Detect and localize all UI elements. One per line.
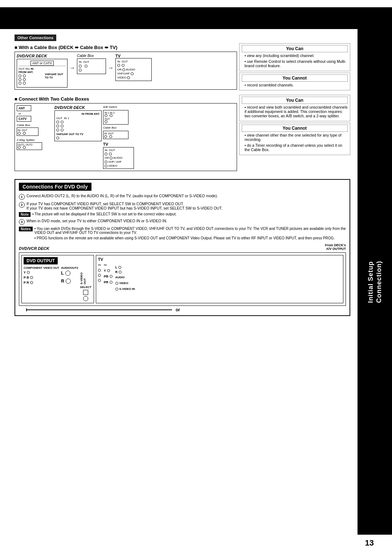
you-can-list-1: view any (including scrambled) channel. … xyxy=(242,53,348,68)
main-layout: Other Connections ■ With a Cable Box (DE… xyxy=(0,29,392,535)
select-label: SELECT xyxy=(80,285,91,289)
dvd-section-header: Connections For DVD Only xyxy=(19,183,91,191)
l-label: L xyxy=(61,271,64,276)
or-row: or xyxy=(26,307,346,312)
other-connections-header: Other Connections xyxy=(15,35,56,41)
port2 xyxy=(19,78,21,81)
step-1-text: Connect AUDIO OUT2 (L, R) to the AUDIO I… xyxy=(26,194,218,200)
page-number: 13 xyxy=(0,538,392,548)
sidebar-text: Initial Setup Connection) xyxy=(367,261,383,303)
you-can-item: view any (including scrambled) channel. xyxy=(245,53,348,58)
connect-two-left: ■ Connect With Two Cable Boxes ANT or xyxy=(15,95,237,173)
notes-item-2: • PROG functions on the remote are not a… xyxy=(34,236,346,240)
step-3-text: When in DVD mode, set your TV to either … xyxy=(26,219,167,225)
port4 xyxy=(19,82,21,85)
you-cannot-list-1: record scrambled channels. xyxy=(242,83,348,87)
cable-box-label: Cable Box xyxy=(77,54,106,58)
port-in1 xyxy=(23,74,26,77)
component-video-out-label: COMPONENT VIDEO OUT xyxy=(24,266,59,270)
cable-box-diagram: DVD/VCR DECK ANT or CATV OUT IN1 IN FROM… xyxy=(15,52,237,90)
dvd-output-title: DVD OUTPUT xyxy=(24,257,58,264)
cable-box-label2: Cable Box xyxy=(103,126,134,129)
dvd-step-1: 1 Connect AUDIO OUT2 (L, R) to the AUDIO… xyxy=(19,194,346,200)
you-cannot-box-2: You Cannot view channel other than the o… xyxy=(239,123,350,155)
you-cannot-list-2: view channel other than the one selected… xyxy=(242,133,348,152)
top-banner xyxy=(0,7,392,29)
tv-label1: TV xyxy=(115,54,152,58)
you-can-item-2: record and view both scrambled and unscr… xyxy=(245,105,348,118)
dvd-section: Connections For DVD Only 1 Connect AUDIO… xyxy=(15,179,350,316)
sidebar-title-line2: Connection) xyxy=(375,261,383,303)
port5 xyxy=(23,82,26,85)
av-output-label: A/V OUTPUT xyxy=(325,247,346,251)
connect-two-right: You Can record and view both scrambled a… xyxy=(239,95,350,155)
connect-two-title: ■ Connect With Two Cable Boxes xyxy=(15,96,237,102)
connect-two-diagram: ANT or CATV Cable Box xyxy=(15,103,237,171)
dvd-output-diagram: DVD OUTPUT COMPONENT VIDEO OUT Y xyxy=(19,252,346,306)
video-tv-label: VIDEO xyxy=(119,281,128,285)
you-can-box-1: You Can view any (including scrambled) c… xyxy=(239,43,350,71)
r-label: R xyxy=(61,279,64,284)
note-label: Note xyxy=(19,212,30,217)
connect-two-section: ■ Connect With Two Cable Boxes ANT or xyxy=(15,95,350,173)
notes-item-1: • You can watch DVDs through the S-VIDEO… xyxy=(34,227,346,235)
or-label: or xyxy=(176,307,180,312)
you-can-header-1: You Can xyxy=(242,45,348,52)
tv-label2: TV xyxy=(103,142,134,146)
dvd-step-2: 2 If your TV has COMPONENT VIDEO INPUT, … xyxy=(19,202,346,210)
you-cannot-item-2a: view channel other than the one selected… xyxy=(245,133,348,142)
audio-out2-label: AUDIOOUT2 xyxy=(61,266,78,270)
dvd-output-box: DVD OUTPUT COMPONENT VIDEO OUT Y xyxy=(21,255,94,303)
s-video-in-label: S-VIDEO IN xyxy=(119,287,135,291)
notes-label: Notes xyxy=(19,227,33,231)
sidebar-title-line1: Initial Setup xyxy=(367,261,375,303)
oc-header-row: Other Connections xyxy=(15,35,350,41)
you-can-header-2: You Can xyxy=(242,97,348,104)
ab-switch-label: A/B Switch xyxy=(103,105,134,109)
step-2-line2: If your TV does not have COMPONENT VIDEO… xyxy=(26,206,222,210)
step-2-line1: If your TV has COMPONENT VIDEO INPUT, se… xyxy=(26,202,222,206)
tv-output-box: TV IN xyxy=(96,255,343,303)
two-way-splitter-label: 2-Way Splitter xyxy=(17,138,53,142)
you-cannot-box-1: You Cannot record scrambled channels. xyxy=(239,73,350,90)
note-text: • The picture will not be displayed if t… xyxy=(32,212,176,217)
content-area: Other Connections ■ With a Cable Box (DE… xyxy=(0,29,358,535)
note-box: Note • The picture will not be displayed… xyxy=(19,212,346,217)
audio-tv-label: AUDIO xyxy=(115,276,135,279)
catv-label: CATV xyxy=(17,116,31,122)
ant-catv-label: ANT or CATV xyxy=(30,61,54,66)
page-container: Other Connections ■ With a Cable Box (DE… xyxy=(0,0,392,555)
dvd-vcr-deck-label3: DVD/VCR DECK xyxy=(19,246,49,251)
notes-box: Notes • You can watch DVDs through the S… xyxy=(19,227,346,242)
dvd-step-3: 3 When in DVD mode, set your TV to eithe… xyxy=(19,219,346,225)
you-can-box-2: You Can record and view both scrambled a… xyxy=(239,95,350,121)
from-decks-label: From DECK's xyxy=(325,243,346,247)
cable-box-title: ■ With a Cable Box (DECK ➨ Cable Box ➨ T… xyxy=(15,45,237,50)
dvd-vcr-deck-label2: DVD/VCR DECK xyxy=(54,105,102,110)
s-video-out-label: S-VIDEO OUT xyxy=(80,266,86,284)
dvd-vcr-deck-label1: DVD/VCR DECK xyxy=(17,54,68,58)
cable-left: ■ With a Cable Box (DECK ➨ Cable Box ➨ T… xyxy=(15,43,237,91)
step-2-circle: 2 xyxy=(19,202,25,208)
step-3-circle: 3 xyxy=(19,219,25,225)
right-sidebar: Initial Setup Connection) xyxy=(358,29,392,535)
you-cannot-header-2: You Cannot xyxy=(242,125,348,132)
cable-right: You Can view any (including scrambled) c… xyxy=(239,43,350,90)
you-can-list-2: record and view both scrambled and unscr… xyxy=(242,105,348,118)
you-cannot-item-2b: do a Timer recording of a channel unless… xyxy=(245,143,348,152)
step-1-circle: 1 xyxy=(19,194,25,200)
cable-box-label1: Cable Box xyxy=(17,123,53,127)
you-cannot-item: record scrambled channels. xyxy=(245,83,348,87)
tv-label3: TV xyxy=(98,257,341,262)
with-cable-section: ■ With a Cable Box (DECK ➨ Cable Box ➨ T… xyxy=(15,43,350,91)
port-out xyxy=(19,74,21,77)
port3 xyxy=(23,78,26,81)
you-can-item: use Remote Control to select channels wi… xyxy=(245,59,348,68)
ant-label: ANT xyxy=(17,105,31,111)
you-cannot-header-1: You Cannot xyxy=(242,74,348,82)
other-connections-section: Other Connections ■ With a Cable Box (DE… xyxy=(15,35,350,173)
